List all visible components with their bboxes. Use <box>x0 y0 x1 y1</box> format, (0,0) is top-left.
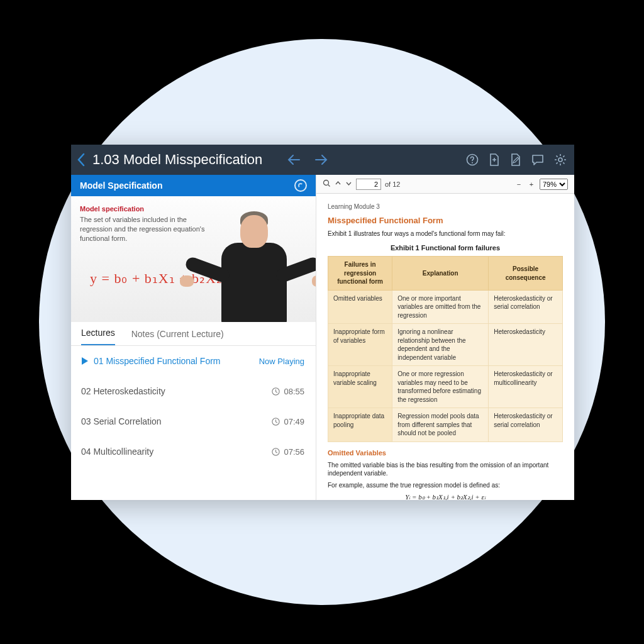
help-icon[interactable] <box>466 153 479 166</box>
tab-lectures[interactable]: Lectures <box>81 328 115 345</box>
slide-caption-title: Model specification <box>80 205 209 213</box>
video-slide[interactable]: Model specification The set of variables… <box>71 196 316 322</box>
back-chevron-icon[interactable] <box>76 152 86 167</box>
table-row: Omitted variables One or more important … <box>328 290 563 324</box>
lecture-duration: 07:56 <box>284 447 304 457</box>
svg-point-2 <box>558 158 562 162</box>
clock-icon <box>272 448 280 456</box>
tabs: Lectures Notes (Current Lecture) <box>71 322 316 346</box>
doc-toolbar: of 12 − + 79% <box>316 175 574 194</box>
lecture-status: Now Playing <box>259 357 304 366</box>
brand-swirl-icon <box>294 179 307 192</box>
doc-page-input[interactable] <box>356 179 381 190</box>
doc-module-label: Learning Module 3 <box>328 203 563 211</box>
table-header: Explanation <box>392 257 489 291</box>
doc-page-down-icon[interactable] <box>345 180 352 188</box>
left-pane: Model Specification Model specification … <box>71 175 316 500</box>
prev-arrow-icon[interactable] <box>287 154 300 165</box>
lecture-row[interactable]: 01 Misspecified Functional Form Now Play… <box>71 346 316 376</box>
lecture-list: 01 Misspecified Functional Form Now Play… <box>71 346 316 500</box>
lecture-name: 01 Misspecified Functional Form <box>94 356 221 366</box>
table-row: Inappropriate variable scaling One or mo… <box>328 366 563 408</box>
edit-document-icon[interactable] <box>510 153 521 166</box>
table-row: Inappropriate data pooling Regression mo… <box>328 408 563 442</box>
lecture-name: 04 Multicollinearity <box>81 447 153 457</box>
presenter-figure <box>196 203 309 322</box>
doc-search-icon[interactable] <box>323 179 331 189</box>
table-header: Possible consequence <box>489 257 563 291</box>
lecture-name: 03 Serial Correlation <box>81 416 162 426</box>
doc-heading: Misspecified Functional Form <box>328 215 563 226</box>
clock-icon <box>272 387 280 396</box>
doc-page-total: of 12 <box>385 180 400 188</box>
doc-para: The omitted variable bias is the bias re… <box>328 461 563 478</box>
app-window: 1.03 Model Misspecification <box>71 145 574 500</box>
play-icon <box>81 357 89 365</box>
lecture-duration: 08:55 <box>284 387 304 396</box>
zoom-select[interactable]: 79% <box>540 179 568 190</box>
chat-icon[interactable] <box>531 153 544 166</box>
exhibit-title: Exhibit 1 Functional form failures <box>328 243 563 253</box>
slide-caption: Model specification The set of variables… <box>80 205 209 243</box>
settings-gear-icon[interactable] <box>554 153 567 166</box>
doc-page-up-icon[interactable] <box>335 180 341 188</box>
zoom-in-icon[interactable]: + <box>527 180 536 188</box>
lecture-row[interactable]: 03 Serial Correlation 07:49 <box>71 406 316 436</box>
svg-point-6 <box>324 180 329 186</box>
section-title: Model Specification <box>80 180 162 191</box>
table-row: Inappropriate form of variables Ignoring… <box>328 324 563 366</box>
zoom-out-icon[interactable]: − <box>514 180 523 188</box>
lecture-row[interactable]: 04 Multicollinearity 07:56 <box>71 436 316 467</box>
doc-para: For example, assume the true regression … <box>328 481 563 490</box>
doc-lead: Exhibit 1 illustrates four ways a model'… <box>328 230 563 238</box>
table-header: Failures in regression functional form <box>328 257 392 291</box>
svg-point-1 <box>472 162 473 164</box>
clock-icon <box>272 418 280 426</box>
lecture-name: 02 Heteroskedasticity <box>81 386 165 396</box>
next-arrow-icon[interactable] <box>315 154 328 165</box>
titlebar: 1.03 Model Misspecification <box>71 145 574 175</box>
page-title: 1.03 Model Misspecification <box>92 152 262 168</box>
section-header: Model Specification <box>71 175 316 196</box>
subhead-omitted: Omitted Variables <box>328 448 563 458</box>
doc-equation: Yᵢ = b₀ + b₁X₁,i + b₂X₂,i + εᵢ <box>328 492 563 500</box>
lecture-row[interactable]: 02 Heteroskedasticity 08:55 <box>71 376 316 406</box>
document-pane: of 12 − + 79% Learning Module 3 Misspeci… <box>316 175 574 500</box>
slide-caption-sub: The set of variables included in the reg… <box>80 215 209 243</box>
lecture-duration: 07:49 <box>284 417 304 426</box>
doc-body[interactable]: Learning Module 3 Misspecified Functiona… <box>316 194 574 500</box>
add-document-icon[interactable] <box>489 153 500 166</box>
exhibit-table: Failures in regression functional form E… <box>328 256 563 442</box>
tab-notes[interactable]: Notes (Current Lecture) <box>131 329 224 345</box>
